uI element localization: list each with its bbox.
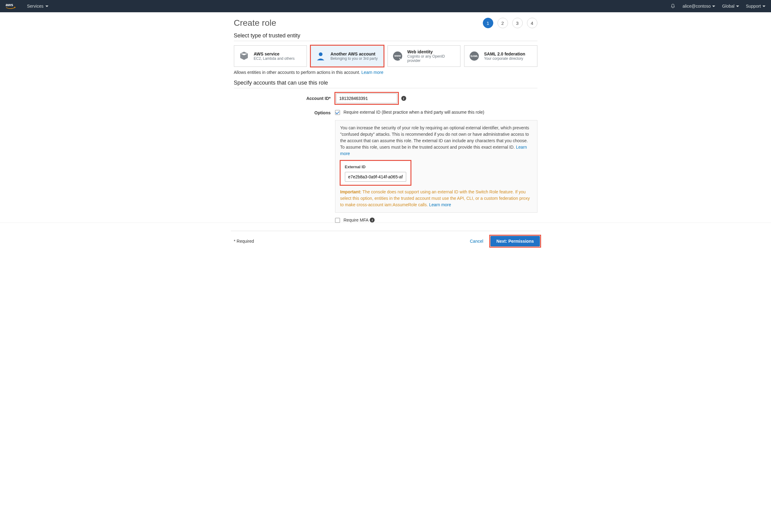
svg-text:aws: aws <box>6 2 13 7</box>
wizard-step-4[interactable]: 4 <box>527 18 538 28</box>
svg-point-1 <box>319 52 322 56</box>
entity-description: Allows entities in other accounts to per… <box>234 70 538 75</box>
wizard-step-3[interactable]: 3 <box>512 18 523 28</box>
entity-card-saml-federation[interactable]: SAML SAML 2.0 federation Your corporate … <box>464 45 538 67</box>
wizard-step-1[interactable]: 1 <box>483 18 493 28</box>
entity-card-web-identity[interactable]: www Web identity Cognito or any OpenID p… <box>388 45 461 67</box>
aws-logo[interactable]: aws <box>6 2 19 10</box>
entity-card-another-aws-account[interactable]: Another AWS account Belonging to you or … <box>310 45 384 67</box>
next-permissions-button[interactable]: Next: Permissions <box>491 236 540 246</box>
wizard-steps: 1 2 3 4 <box>483 18 538 28</box>
info-icon[interactable]: i <box>401 96 406 101</box>
svg-text:SAML: SAML <box>470 55 478 58</box>
entity-subtitle: Cognito or any OpenID provider <box>408 54 456 63</box>
saml-icon: SAML <box>469 51 480 62</box>
topbar: aws Services alice@contoso Global Suppor… <box>0 0 771 12</box>
require-mfa-checkbox[interactable] <box>335 218 340 223</box>
services-label: Services <box>27 4 44 9</box>
important-label: Important: <box>340 189 361 194</box>
entity-subtitle: Your corporate directory <box>484 56 525 61</box>
external-id-info-panel: You can increase the security of your ro… <box>335 120 538 213</box>
account-id-input[interactable] <box>336 93 397 103</box>
www-icon: www <box>392 51 403 62</box>
entity-description-text: Allows entities in other accounts to per… <box>234 70 361 75</box>
entity-title: Another AWS account <box>330 51 378 56</box>
page-title: Create role <box>234 18 276 28</box>
section-trusted-entity-heading: Select type of trusted entity <box>234 32 538 39</box>
svg-text:www: www <box>394 54 401 57</box>
account-menu[interactable]: alice@contoso <box>682 4 715 9</box>
account-label: alice@contoso <box>682 4 711 9</box>
section-specify-heading: Specify accounts that can use this role <box>234 80 538 86</box>
external-id-info-text: You can increase the security of your ro… <box>340 125 530 150</box>
external-id-field-group: External ID <box>340 161 411 185</box>
region-label: Global <box>722 4 734 9</box>
options-label: Options <box>234 110 335 115</box>
entity-title: AWS service <box>254 51 294 56</box>
entity-card-aws-service[interactable]: AWS service EC2, Lambda and others <box>234 45 307 67</box>
learn-more-link[interactable]: Learn more <box>361 70 383 75</box>
entity-title: SAML 2.0 federation <box>484 51 525 56</box>
support-menu[interactable]: Support <box>746 4 765 9</box>
require-external-id-checkbox[interactable] <box>335 110 340 115</box>
required-note: * Required <box>234 239 254 244</box>
require-mfa-label: Require MFA <box>344 218 369 222</box>
require-external-id-label: Require external ID (Best practice when … <box>344 110 484 115</box>
bell-icon <box>670 3 676 9</box>
info-icon[interactable]: i <box>370 218 374 222</box>
support-label: Support <box>746 4 761 9</box>
person-icon <box>315 51 326 62</box>
external-id-label: External ID <box>345 164 406 170</box>
learn-more-link[interactable]: Learn more <box>429 202 451 207</box>
external-id-input[interactable] <box>345 172 406 182</box>
services-menu[interactable]: Services <box>27 4 48 9</box>
region-menu[interactable]: Global <box>722 4 739 9</box>
cube-icon <box>238 51 249 62</box>
notifications-button[interactable] <box>670 3 676 9</box>
entity-subtitle: Belonging to you or 3rd party <box>330 56 378 61</box>
caret-down-icon <box>712 6 715 7</box>
cancel-button[interactable]: Cancel <box>470 239 484 244</box>
entity-title: Web identity <box>408 49 456 54</box>
caret-down-icon <box>45 6 48 7</box>
entity-subtitle: EC2, Lambda and others <box>254 56 294 61</box>
caret-down-icon <box>736 6 739 7</box>
caret-down-icon <box>762 6 765 7</box>
account-id-label: Account ID* <box>234 96 335 101</box>
wizard-step-2[interactable]: 2 <box>498 18 508 28</box>
